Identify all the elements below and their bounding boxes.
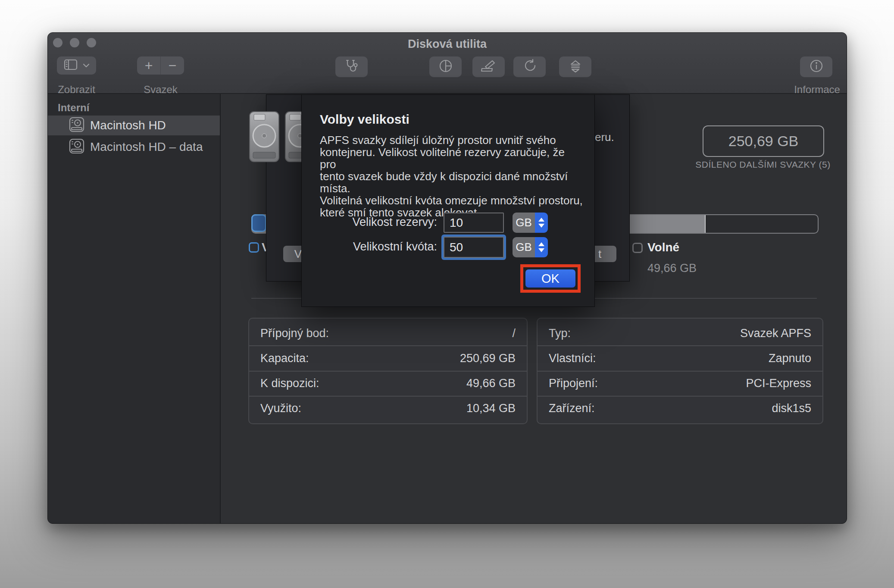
quota-unit-stepper[interactable]: GB bbox=[513, 237, 548, 257]
volume-segmented-control: + − bbox=[137, 56, 184, 75]
row-value: Zapnuto bbox=[769, 352, 811, 365]
dialog-description: APFS svazky sdílejí úložný prostor uvnit… bbox=[320, 134, 583, 219]
quota-size-label: Velikostní kvóta: bbox=[302, 240, 437, 253]
background-dialog-text-fragment: eru. bbox=[595, 131, 614, 144]
partition-button[interactable] bbox=[429, 56, 462, 77]
reserve-unit-stepper[interactable]: GB bbox=[513, 213, 548, 233]
free-space-size: 49,66 GB bbox=[647, 262, 697, 275]
row-label: Vlastníci: bbox=[549, 352, 596, 365]
chevron-up-icon bbox=[538, 218, 544, 222]
table-row: Přípojný bod: / bbox=[249, 321, 527, 345]
shared-capacity-caption: SDÍLENO DALŠÍMI SVAZKY (5) bbox=[685, 160, 841, 170]
ok-button[interactable]: OK bbox=[525, 269, 575, 288]
used-space-segment bbox=[251, 214, 266, 232]
row-label: Přípojný bod: bbox=[260, 327, 329, 340]
row-label: Zařízení: bbox=[549, 402, 595, 415]
sidebar-item-label: Macintosh HD bbox=[90, 119, 166, 132]
mount-info-table: Přípojný bod: / Kapacita: 250,69 GB K di… bbox=[248, 318, 528, 424]
chevron-down-icon bbox=[538, 248, 544, 252]
row-value: 49,66 GB bbox=[466, 377, 516, 390]
background-revert-button-fragment[interactable]: t bbox=[594, 246, 616, 262]
free-legend-label: Volné bbox=[647, 241, 679, 254]
annotation-highlight-rectangle: OK bbox=[520, 264, 581, 293]
shared-capacity-box: 250,69 GB bbox=[703, 125, 824, 157]
restore-button[interactable] bbox=[513, 56, 546, 77]
chevron-down-icon bbox=[83, 62, 90, 69]
sidebar: Interní Macintosh HD Macintosh HD – data bbox=[48, 94, 221, 523]
add-volume-button[interactable]: + bbox=[137, 56, 161, 75]
row-value: 10,34 GB bbox=[466, 402, 516, 415]
sidebar-section-internal: Interní bbox=[58, 102, 89, 114]
size-options-dialog: Volby velikosti APFS svazky sdílejí úlož… bbox=[301, 94, 595, 307]
row-label: K dispozici: bbox=[260, 377, 319, 390]
info-icon bbox=[809, 59, 824, 75]
table-row: K dispozici: 49,66 GB bbox=[249, 371, 527, 396]
row-value: PCI-Express bbox=[746, 377, 811, 390]
view-button[interactable] bbox=[57, 56, 96, 75]
table-row: Vlastníci: Zapnuto bbox=[538, 345, 822, 370]
info-label: Informace bbox=[790, 84, 844, 96]
table-row: Připojení: PCI-Express bbox=[538, 371, 822, 396]
free-legend-checkbox[interactable] bbox=[632, 243, 643, 253]
remove-volume-button[interactable]: − bbox=[161, 56, 184, 75]
stethoscope-icon bbox=[344, 59, 359, 75]
sidebar-item-label: Macintosh HD – data bbox=[90, 140, 203, 154]
reserve-size-input[interactable]: 10 bbox=[444, 213, 504, 233]
row-label: Připojení: bbox=[549, 377, 598, 390]
table-row: Kapacita: 250,69 GB bbox=[249, 345, 527, 370]
unit-value: GB bbox=[513, 213, 535, 233]
unmount-icon bbox=[569, 59, 582, 75]
table-row: Typ: Svazek APFS bbox=[538, 321, 822, 345]
unit-value: GB bbox=[513, 237, 535, 257]
unmount-button[interactable] bbox=[559, 56, 591, 77]
sidebar-panel-icon bbox=[64, 59, 78, 72]
table-row: Zařízení: disk1s5 bbox=[538, 396, 822, 421]
reserve-size-label: Velikost rezervy: bbox=[302, 216, 437, 229]
chevron-up-icon bbox=[538, 242, 544, 246]
stepper-arrows-icon[interactable] bbox=[535, 237, 548, 257]
restore-icon bbox=[522, 59, 537, 75]
row-label: Kapacita: bbox=[260, 352, 309, 365]
chevron-down-icon bbox=[538, 224, 544, 228]
row-label: Typ: bbox=[549, 327, 571, 340]
dialog-title: Volby velikosti bbox=[320, 112, 409, 127]
row-value: Svazek APFS bbox=[740, 327, 811, 340]
stepper-arrows-icon[interactable] bbox=[535, 213, 548, 233]
device-info-table: Typ: Svazek APFS Vlastníci: Zapnuto Přip… bbox=[537, 318, 823, 424]
table-row: Využito: 10,34 GB bbox=[249, 396, 527, 421]
row-value: 250,69 GB bbox=[460, 352, 516, 365]
toolbar: Disková utilita Zobrazit + − Svazek Zách… bbox=[48, 33, 847, 94]
window-title: Disková utilita bbox=[48, 38, 847, 51]
internal-drive-icon bbox=[69, 138, 85, 156]
volume-device-icon bbox=[249, 111, 280, 164]
internal-drive-icon bbox=[69, 117, 85, 134]
sidebar-item-macintosh-hd-data[interactable]: Macintosh HD – data bbox=[48, 137, 220, 157]
info-button[interactable] bbox=[800, 56, 832, 77]
erase-icon bbox=[481, 59, 497, 75]
sidebar-item-macintosh-hd[interactable]: Macintosh HD bbox=[48, 116, 220, 135]
erase-button[interactable] bbox=[472, 56, 505, 77]
first-aid-button[interactable] bbox=[335, 56, 368, 77]
used-legend-checkbox[interactable] bbox=[249, 242, 259, 253]
row-value: / bbox=[512, 327, 516, 340]
row-value: disk1s5 bbox=[772, 402, 811, 415]
row-label: Využito: bbox=[260, 402, 301, 415]
quota-size-input[interactable]: 50 bbox=[444, 237, 504, 258]
partition-icon bbox=[438, 59, 453, 75]
